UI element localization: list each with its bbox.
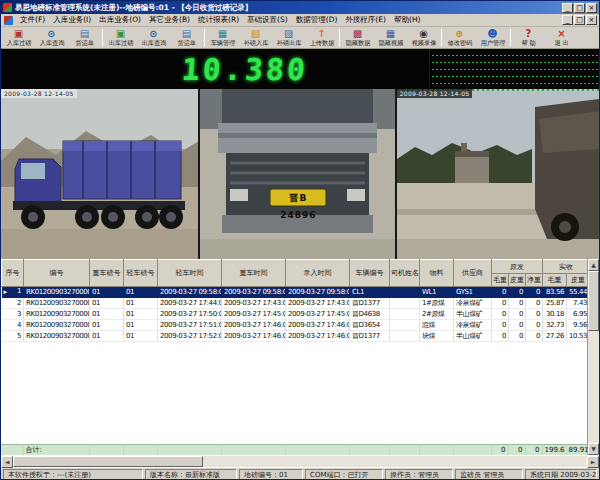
exit-button[interactable]: ×退 出 [545,27,578,48]
table-row[interactable]: 2RK012009032700000201012009-03-27 17:44:… [2,298,590,309]
status-segment-4: 操作员：管理员 [385,469,453,480]
scroll-left-icon[interactable]: ◄ [1,456,13,468]
table-row[interactable]: ▸1RK012009032700000101012009-03-27 09:58… [2,287,590,298]
weigh-out-button[interactable]: ▣出库过磅 [104,27,137,48]
toolbar-button-label: 出库查询 [141,39,166,47]
table-cell: 0 [492,309,509,320]
camera-view-center: 晋B 24896 晋B 24896 [200,89,394,259]
table-cell: 30.18 [543,309,567,320]
row-selector-icon: ▸ [4,287,7,297]
table-row[interactable]: 3RK012009032700000301012009-03-27 17:50:… [2,309,590,320]
toolbar-button-label: 入库过磅 [6,39,31,47]
col-重车磅号[interactable]: 重车磅号 [90,260,124,287]
col-轻车磅号[interactable]: 轻车磅号 [124,260,158,287]
menu-item-4[interactable]: 统计报表(R) [194,14,243,26]
waybill-in-button[interactable]: ▤货运单 [68,27,101,48]
change-password-button[interactable]: ⊕修改密码 [443,27,476,48]
vertical-scroll-thumb[interactable] [588,271,599,331]
vehicle-manage-button[interactable]: ▦车辆管理 [206,27,239,48]
video-record-button[interactable]: ◉视频录像 [407,27,440,48]
col-轻车时间[interactable]: 轻车时间 [158,260,222,287]
table-cell: 晋D4638 [350,309,390,320]
waybill-out-button[interactable]: ▤货运单 [170,27,203,48]
mdi-restore-button[interactable]: □ [574,15,585,25]
help-button[interactable]: ?帮 助 [512,27,545,48]
led-weight-readout: 10.380 [0,49,430,89]
table-cell: 2009-03-27 17:43:00 [286,298,350,309]
col-原发-净重[interactable]: 净重 [526,274,543,287]
table-cell: 0 [526,309,543,320]
horizontal-scrollbar[interactable]: ◄ ► [1,455,599,467]
col-录入时间[interactable]: 录入时间 [286,260,350,287]
table-cell: 冷泉煤矿 [454,320,492,331]
restore-button[interactable]: □ [574,3,585,13]
menu-item-1[interactable]: 入库业务(I) [49,14,95,26]
search-in-button[interactable]: ⊙入库查询 [35,27,68,48]
table-cell: GYS1 [454,287,492,298]
menu-item-2[interactable]: 出库业务(O) [95,14,145,26]
toolbar-button-label: 货运单 [75,39,94,47]
col-重车时间[interactable]: 重车时间 [222,260,286,287]
table-cell: 0 [492,298,509,309]
col-group-实收[interactable]: 实收 [543,260,590,274]
scroll-down-icon[interactable]: ▼ [588,443,599,455]
app-icon [3,3,12,12]
menu-item-7[interactable]: 外接程序(E) [341,14,390,26]
upload-data-button[interactable]: ↑上传数据 [305,27,338,48]
mdi-close-button[interactable]: × [586,15,597,25]
col-编号[interactable]: 编号 [24,260,90,287]
table-body: ▸1RK012009032700000101012009-03-27 09:58… [2,287,590,342]
close-button[interactable]: × [586,3,597,13]
user-manage-button[interactable]: ☻用户管理 [476,27,509,48]
table-cell: 冷泉煤矿 [454,298,492,309]
table-cell: 0 [526,331,543,342]
hide-data-button[interactable]: ▩隐藏数据 [341,27,374,48]
toolbar-button-label: 补磅入库 [243,39,268,47]
horizontal-scroll-thumb[interactable] [13,456,203,467]
table-cell: 2009-03-27 17:46:00 [222,320,286,331]
col-原发-毛重[interactable]: 毛重 [492,274,509,287]
scroll-right-icon[interactable]: ► [587,456,599,468]
menu-item-6[interactable]: 数据管理(D) [292,14,342,26]
status-segment-0: 本软件授权于：---(未注册) [3,469,143,480]
menu-item-3[interactable]: 其它业务(B) [145,14,194,26]
table-row[interactable]: 4RK012009032700000401012009-03-27 17:51:… [2,320,590,331]
table-cell: 01 [124,320,158,331]
col-车辆编号[interactable]: 车辆编号 [350,260,390,287]
weigh-in-button[interactable]: ▣入库过磅 [2,27,35,48]
menu-item-0[interactable]: 文件(F) [16,14,49,26]
col-原发-皮重[interactable]: 皮重 [509,274,526,287]
menu-item-8[interactable]: 帮助(H) [390,14,425,26]
hide-video-button[interactable]: ▦隐藏视频 [374,27,407,48]
minimize-button[interactable]: _ [562,3,573,13]
upload-data-icon: ↑ [317,28,325,39]
total-row: 合计: 0 0 0 199.6 89.91 [1,444,589,455]
col-供应商[interactable]: 供应商 [454,260,492,287]
col-司机姓名[interactable]: 司机姓名 [390,260,420,287]
total-原发-净重: 0 [525,444,542,455]
col-序号[interactable]: 序号 [2,260,24,287]
mdi-minimize-button[interactable]: _ [562,15,573,25]
toolbar-button-label: 出库过磅 [108,39,133,47]
table-cell: ▸1 [2,287,24,298]
table-cell: 2009-03-27 09:58:00 [286,287,350,298]
menu-item-5[interactable]: 基础设置(S) [243,14,292,26]
table-row[interactable]: 5RK012009032700000501012009-03-27 17:52:… [2,331,590,342]
table-cell: 0 [492,331,509,342]
total-实收-毛重: 199.6 [542,444,566,455]
col-group-原发[interactable]: 原发 [492,260,543,274]
supplement-out-button[interactable]: ▨补磅出库 [272,27,305,48]
toolbar-separator [204,29,205,46]
table-cell: 01 [124,309,158,320]
supplement-in-button[interactable]: ▧补磅入库 [239,27,272,48]
total-原发-毛重: 0 [491,444,508,455]
vertical-scrollbar[interactable]: ▲ ▼ [587,259,599,455]
status-segment-2: 地磅编号：01 [239,469,303,480]
waybill-in-icon: ▤ [80,28,89,39]
table-cell: 2#原煤 [420,309,454,320]
col-实收-毛重[interactable]: 毛重 [543,274,567,287]
scroll-up-icon[interactable]: ▲ [588,259,599,271]
search-out-button[interactable]: ⊙出库查询 [137,27,170,48]
col-物料[interactable]: 物料 [420,260,454,287]
led-display-panel: 10.380 [1,49,599,89]
